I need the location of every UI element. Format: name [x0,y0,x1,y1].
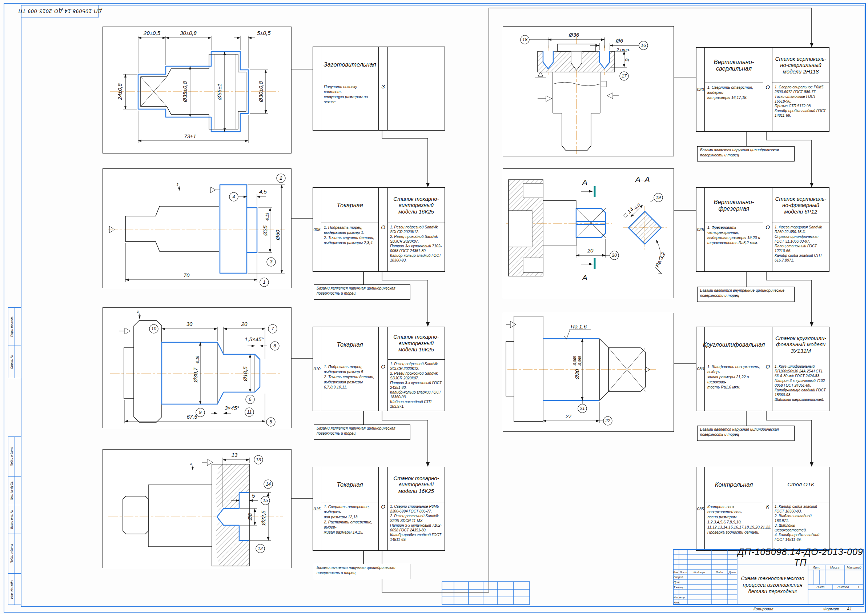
svg-text:13: 13 [256,457,261,462]
op-title: Токарная [321,467,378,502]
tb-row-nkontr: Н.контр. [673,595,688,600]
op-steps: Контроль всех поверхностей сог- ласно ра… [705,502,763,550]
op-number: 030 [696,327,705,411]
dimensions: 4,5 Ø25 -0,13 Ø50 70 [126,185,285,282]
balloon: 10 [149,325,158,333]
tb-row-prov: Пров. [673,580,688,584]
svg-text:Ø50: Ø50 [274,230,281,241]
flange-section [508,180,543,276]
svg-text:Ø30,7: Ø30,7 [192,367,198,383]
base-note-025: Базами являются внутренние цилиндрически… [697,287,795,302]
op-number: 035 [696,467,705,550]
svg-text:20: 20 [587,247,594,253]
op-title: Заготовительная [321,47,378,82]
part-contour [506,316,650,421]
svg-text:Ø35±0,8: Ø35±0,8 [182,81,188,103]
balloon: 8 [270,342,279,350]
tb-col-izm: Изм. [673,570,679,575]
balloon: 20 [610,251,618,260]
op-title: Токарная [321,188,378,223]
svg-text:А: А [581,273,587,281]
tb-massa: Масса [825,565,845,570]
machine-title: Станок вертикаль- но-сверлильный модели … [772,48,829,83]
op-marker: О [763,327,772,411]
svg-text:А: А [581,178,587,186]
balloon: 21 [578,404,587,413]
op-number: 025 [696,188,705,271]
machine-tools [388,82,445,130]
aux-grid [442,581,530,606]
base-note-030: Базами является наружная цилиндрическая … [697,426,795,441]
balloon: 1 [260,278,269,287]
svg-text:4: 4 [232,194,235,199]
balloon: 6 [246,395,254,404]
part-body [553,72,606,150]
svg-text:15: 15 [263,498,268,503]
machine-tools: 1. Калибр-скоба гладкий ГОСТ 18360-93. 2… [772,502,829,550]
balloon: 11 [245,408,254,417]
op-group-030-shlifovalnaya: 030 Круглошлифовальная 1. Шлифовать пове… [696,326,829,411]
machine-tools: 1. Фреза торцовая Sandvik R260.22-050-15… [772,223,829,271]
op-title: Вертикально- сверлильная [705,48,763,83]
svg-text:20: 20 [611,253,617,258]
machined-surfaces [220,185,257,273]
section-title: А–А [635,175,650,183]
tb-col-list: Лист [679,570,688,575]
op-number: 020 [696,48,705,131]
svg-text:4,5: 4,5 [259,188,267,194]
svg-text:Ø8: Ø8 [247,513,253,521]
machine-tools: 1. Резец подрезной Sandvik SCLCR 2020К12… [388,223,445,271]
dimensions: 20±0,5 30±0,8 5±0,5 24±0,8 Ø35±0,8 Ø55±1… [117,30,271,143]
op-marker: О [763,188,772,271]
sketch-drilling-020: Ø36 Ø6 2 отв. 9 16 17 18 [503,26,674,156]
op-steps: 1. Шлифовать поверхность, выдер- живая р… [705,362,763,411]
milled-end [576,208,606,238]
svg-text:8: 8 [274,344,276,348]
dimensions: Ø30 -0,065 -0,098 27 [543,339,603,423]
svg-text:13: 13 [231,452,238,458]
balloon: 4 [229,193,238,201]
op-marker: О [379,467,388,550]
svg-text:21: 21 [580,406,585,411]
svg-text:30±0,8: 30±0,8 [180,30,197,36]
title-block: Изм. Лист № докум. Подп. Дата Разраб. Пр… [673,549,863,605]
tb-lit: Лит. [808,565,825,570]
svg-text:-0,065: -0,065 [573,356,577,366]
balloon: 3 [267,258,276,266]
svg-text:24±0,8: 24±0,8 [117,83,123,100]
footer-format-label: Формат [823,607,839,611]
svg-text:19: 19 [656,195,661,200]
balloon: 17 [620,72,628,80]
op-steps: 1. Фрезеровать четырехгранник, выдержива… [705,223,763,271]
machine-tools: 1. Сверло спиральное Р6М5 2300-6972 ГОСТ… [772,83,829,131]
machine-tools: 1. Резец подрезной Sandvik SCLCR 2020К12… [388,360,445,411]
svg-text:-0,098: -0,098 [578,356,582,366]
svg-text:5: 5 [252,493,255,499]
balloon: 22 [603,417,612,425]
svg-text:9: 9 [624,58,630,61]
svg-text:Ø18,5: Ø18,5 [242,366,248,382]
sketch-turning-015: з 13 5 Ø8 Ø22,5 [102,449,291,568]
machine-tools: 1. Сверло спиральное Р6М5 2300-6994 ГОСТ… [388,502,445,550]
clamp-symbols: з [109,182,220,233]
balloon: 2 [277,174,285,183]
svg-text:з: з [176,182,178,186]
machine-title [388,47,445,82]
svg-text:Ø25: Ø25 [262,225,268,236]
svg-text:5: 5 [270,420,272,424]
dimensions: 30 20 1,5×45° Ø30,7 -0,16 Ø18,5 3×45° [125,321,267,423]
svg-text:20: 20 [241,321,248,327]
machine-title: Стол ОТК [772,467,829,502]
op-marker: К [763,467,772,550]
machine-title: Станок токарно- винторезный модели 16К25 [388,188,445,223]
base-note-010: Базами является наружная цилиндрическая … [314,424,411,440]
balloon: 16 [639,41,648,50]
clamp-symbols: з [190,459,212,470]
balloon: 15 [261,496,270,505]
svg-text:-0,13: -0,13 [265,213,269,221]
op-marker: О [763,48,772,131]
op-marker: О [379,327,388,411]
tb-masshtab: Масштаб [845,565,863,570]
balloon: 19 [654,193,663,202]
base-note-020: Базами является наружная цилиндрическая … [697,146,795,162]
